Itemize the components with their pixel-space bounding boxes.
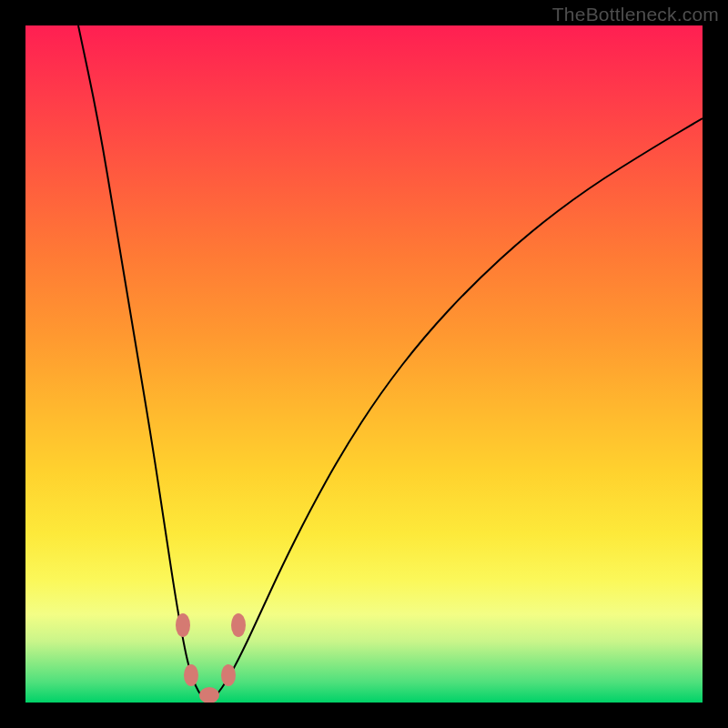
watermark-text: TheBottleneck.com (552, 4, 719, 25)
curve-right-branch (209, 118, 703, 703)
curve-left-branch (78, 25, 209, 703)
trough-marker-4 (231, 613, 246, 637)
chart-frame: TheBottleneck.com (0, 0, 728, 728)
trough-marker-3 (221, 664, 236, 686)
chart-plot-area (25, 25, 703, 703)
chart-svg (25, 25, 703, 703)
trough-marker-2 (199, 687, 219, 703)
trough-marker-0 (176, 613, 190, 637)
trough-marker-1 (184, 664, 198, 686)
